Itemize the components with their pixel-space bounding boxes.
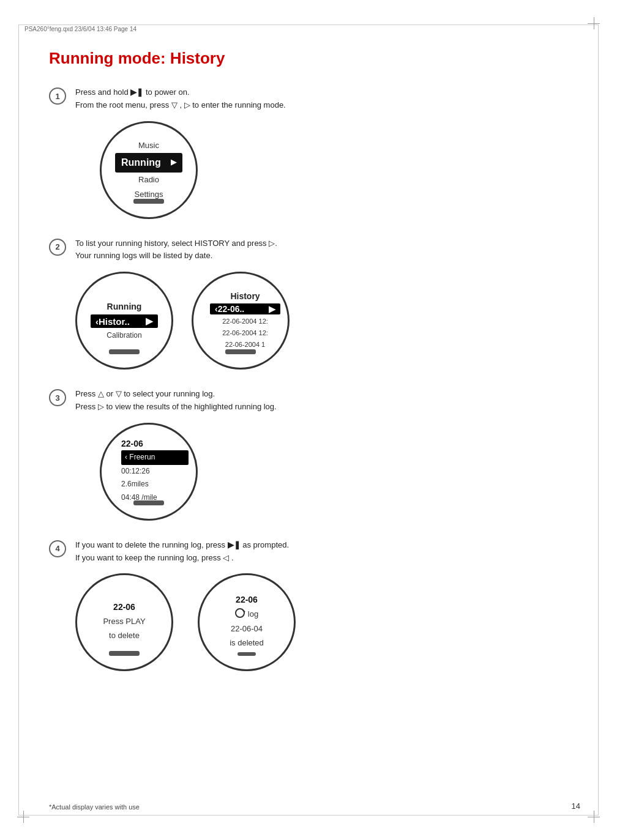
log-label: log xyxy=(248,607,258,621)
deleted-date: 22-06-04 xyxy=(231,622,263,636)
date-label: ‹22-06.. xyxy=(215,304,244,314)
file-info: PSA260°feng.qxd 23/6/04 13:46 Page 14 xyxy=(24,26,136,32)
step-3: 3 Press △ or ▽ to select your running lo… xyxy=(49,388,580,521)
device-step2-history-bar xyxy=(225,349,256,354)
border-right xyxy=(598,24,599,816)
histor-arrow: ▶ xyxy=(146,316,153,327)
step-2-devices: Running ‹Histor.. ▶ Calibration History xyxy=(75,272,580,370)
border-bottom xyxy=(18,815,599,816)
spinner-row: log xyxy=(235,607,258,621)
arrow-right-icon: ▶ xyxy=(171,156,176,169)
step-4-text: If you want to delete the running log, p… xyxy=(75,539,580,565)
device-step1: Music Running ▶ Radio Settings xyxy=(100,121,198,219)
step3-time: 00:12:26 xyxy=(121,465,150,478)
page-title: Running mode: History xyxy=(49,49,580,68)
step-1-content: Press and hold ▶❚ to power on. From the … xyxy=(75,86,580,219)
page-number: 14 xyxy=(572,801,580,811)
step3-date: 22-06 xyxy=(121,439,143,448)
step-1-line2: From the root menu, press ▽ , ▷ to enter… xyxy=(75,100,286,110)
border-top xyxy=(18,24,599,25)
freerun-selected: ‹ Freerun xyxy=(121,450,189,465)
history-entry-1: 22-06-2004 12: xyxy=(222,316,268,327)
footer-note: *Actual display varies with use xyxy=(49,803,140,811)
device-step3-bar xyxy=(133,500,164,505)
step3-miles: 2.6miles xyxy=(121,478,149,491)
step-2-line1: To list your running history, select HIS… xyxy=(75,239,277,248)
step-3-line1: Press △ or ▽ to select your running log. xyxy=(75,389,215,398)
history-entry-3: 22-06-2004 1 xyxy=(225,339,265,351)
running-label: Running xyxy=(121,154,161,172)
device-step1-bar xyxy=(133,199,164,204)
step-number-2: 2 xyxy=(49,239,66,256)
history-title: History xyxy=(230,291,260,301)
main-content: Running mode: History 1 Press and hold ▶… xyxy=(49,37,580,803)
menu-item-radio: Radio xyxy=(109,173,189,187)
step4-date-2: 22-06 xyxy=(236,595,258,604)
device-step2-running-screen: Running ‹Histor.. ▶ Calibration xyxy=(84,299,164,343)
device-step1-screen: Music Running ▶ Radio Settings xyxy=(109,135,189,204)
step-2: 2 To list your running history, select H… xyxy=(49,237,580,370)
step-2-content: To list your running history, select HIS… xyxy=(75,237,580,370)
device-step4-deleted-bar xyxy=(237,652,256,656)
device-step4-delete: 22-06 Press PLAY to delete xyxy=(75,573,173,671)
step-4-line1: If you want to delete the running log, p… xyxy=(75,540,289,549)
step4-date-1: 22-06 xyxy=(113,602,135,612)
step-3-content: Press △ or ▽ to select your running log.… xyxy=(75,388,580,521)
step-4-line2: If you want to keep the running log, pre… xyxy=(75,553,234,562)
border-left xyxy=(18,24,19,816)
step-1-line1: Press and hold ▶❚ to power on. xyxy=(75,87,190,97)
date-selected: ‹22-06.. ▶ xyxy=(210,303,280,314)
step-4: 4 If you want to delete the running log,… xyxy=(49,539,580,672)
device-step3: 22-06 ‹ Freerun 00:12:26 2.6miles 04:48 … xyxy=(100,423,198,521)
device-step2-running-bar xyxy=(109,349,140,354)
crosshair-top-right xyxy=(588,17,600,29)
histor-label: ‹Histor.. xyxy=(95,316,130,327)
menu-item-music: Music xyxy=(109,138,189,152)
crosshair-bottom-right xyxy=(588,811,600,823)
step-2-text: To list your running history, select HIS… xyxy=(75,237,580,263)
calibration-label: Calibration xyxy=(107,331,141,340)
step-4-devices: 22-06 Press PLAY to delete 22-06 log xyxy=(75,573,580,671)
history-entry-2: 22-06-2004 12: xyxy=(222,327,268,339)
menu-item-running-selected: Running ▶ xyxy=(115,153,182,173)
step-3-text: Press △ or ▽ to select your running log.… xyxy=(75,388,580,414)
press-play-label: Press PLAY xyxy=(103,614,145,628)
device-step2-history: History ‹22-06.. ▶ 22-06-2004 12: 22-06-… xyxy=(192,272,290,370)
footer: *Actual display varies with use 14 xyxy=(49,801,580,811)
device-step2-running: Running ‹Histor.. ▶ Calibration xyxy=(75,272,173,370)
step-2-line2: Your running logs will be listed by date… xyxy=(75,251,212,260)
device-step2-history-screen: History ‹22-06.. ▶ 22-06-2004 12: 22-06-… xyxy=(201,288,280,353)
is-deleted-label: is deleted xyxy=(230,636,264,650)
step-1-text: Press and hold ▶❚ to power on. From the … xyxy=(75,86,580,112)
date-arrow: ▶ xyxy=(269,304,275,314)
device-step3-screen: 22-06 ‹ Freerun 00:12:26 2.6miles 04:48 … xyxy=(109,436,189,507)
device-step4-delete-bar xyxy=(109,651,140,656)
step-1: 1 Press and hold ▶❚ to power on. From th… xyxy=(49,86,580,219)
histor-selected: ‹Histor.. ▶ xyxy=(91,314,158,328)
step-number-4: 4 xyxy=(49,540,66,557)
step-4-content: If you want to delete the running log, p… xyxy=(75,539,580,672)
step-number-1: 1 xyxy=(49,87,66,105)
device-step4-deleted: 22-06 log 22-06-04 is deleted xyxy=(198,573,296,671)
device-step4-delete-screen: 22-06 Press PLAY to delete xyxy=(84,599,164,646)
step-number-3: 3 xyxy=(49,389,66,406)
running-title: Running xyxy=(107,302,142,311)
spinner-icon xyxy=(235,608,245,618)
device-step4-deleted-screen: 22-06 log 22-06-04 is deleted xyxy=(207,592,286,653)
step-3-line2: Press ▷ to view the results of the highl… xyxy=(75,402,277,411)
crosshair-bottom-left xyxy=(17,811,29,823)
to-delete-label: to delete xyxy=(109,628,140,642)
